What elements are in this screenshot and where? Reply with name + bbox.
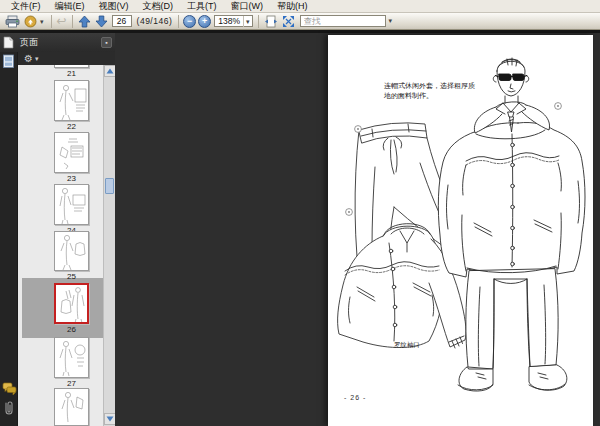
panel-options-button[interactable]: ▪ xyxy=(101,37,112,48)
thumbnail-page-27[interactable]: 27 xyxy=(54,337,89,388)
fullscreen-button[interactable] xyxy=(280,14,297,29)
cuff-caption: 罗纹袖口 xyxy=(394,341,420,350)
next-page-button[interactable] xyxy=(93,14,110,29)
navigation-icon-strip xyxy=(0,52,18,426)
menu-file[interactable]: 文件(F) xyxy=(4,0,48,12)
comments-icon[interactable] xyxy=(2,382,17,396)
menu-view[interactable]: 视图(V) xyxy=(92,0,136,12)
chevron-down-icon: ▾ xyxy=(38,16,46,27)
thumbnail-label: 21 xyxy=(54,69,89,78)
toolbar-separator xyxy=(72,15,73,28)
zoom-level-value: 138% xyxy=(215,16,243,26)
chevron-down-icon: ▾ xyxy=(389,17,393,25)
thumbnail-options-row: ⚙ ▾ xyxy=(18,52,115,65)
page-icon xyxy=(3,36,14,49)
toolbar-separator xyxy=(258,15,259,28)
zoom-level-combo[interactable]: 138% ▾ xyxy=(214,15,252,27)
thumbnail-page-28[interactable]: 28 xyxy=(54,388,89,426)
thumbnail-page-25[interactable]: 25 xyxy=(54,231,89,281)
email-icon xyxy=(24,15,38,28)
menu-document[interactable]: 文档(D) xyxy=(136,0,181,12)
print-button[interactable] xyxy=(3,14,22,29)
document-view-area: 连帽式休闲外套，选择粗厚质 地的面料制作。 罗纹袖口 - 26 - xyxy=(115,33,600,426)
menu-window[interactable]: 窗口(W) xyxy=(224,0,271,12)
chevron-down-icon: ▾ xyxy=(243,16,252,27)
sunglasses xyxy=(496,74,527,81)
paperclip-attachments-icon[interactable] xyxy=(2,400,15,416)
previous-view-icon: ↩ xyxy=(57,15,67,27)
fit-width-icon xyxy=(264,15,278,28)
toolbar: ▾ ↩ (49/146) − + 138% ▾ xyxy=(0,13,600,30)
thumbnail-page-24[interactable]: 24 xyxy=(54,184,89,235)
fit-width-button[interactable] xyxy=(262,14,280,29)
thumbnail-label: 23 xyxy=(54,174,89,183)
thumbnail-page-23[interactable]: 23 xyxy=(54,132,89,183)
previous-view-button-disabled: ↩ xyxy=(55,14,69,29)
pages-thumbnails-icon[interactable] xyxy=(2,54,16,69)
zoom-out-button[interactable]: − xyxy=(183,15,196,28)
printer-icon xyxy=(5,15,20,28)
menu-bar: 文件(F) 编辑(E) 视图(V) 文档(D) 工具(T) 窗口(W) 帮助(H… xyxy=(0,0,600,13)
email-dropdown-button[interactable]: ▾ xyxy=(22,14,48,29)
page-number-footer: - 26 - xyxy=(344,394,366,401)
toolbar-separator xyxy=(51,15,52,28)
menu-edit[interactable]: 编辑(E) xyxy=(48,0,92,12)
thumbnail-label: 26 xyxy=(54,325,89,334)
thumbnail-page-26-selected[interactable]: 26 xyxy=(54,283,89,334)
menu-help[interactable]: 帮助(H) xyxy=(270,0,315,12)
thumbnail-page-22[interactable]: 22 xyxy=(54,80,89,131)
menu-tools[interactable]: 工具(T) xyxy=(180,0,224,12)
thumbnail-label: 27 xyxy=(54,379,89,388)
pages-panel-header: 页面 ▪ xyxy=(0,33,115,52)
fullscreen-arrows-icon xyxy=(282,15,295,28)
thumbnail-page-21[interactable]: 21 xyxy=(54,65,89,78)
thumbnails-panel: 21 22 23 24 xyxy=(18,65,103,426)
zoom-in-button[interactable]: + xyxy=(198,15,211,28)
down-arrow-icon xyxy=(95,15,108,28)
thumbnail-label: 25 xyxy=(54,272,89,281)
up-arrow-icon xyxy=(78,15,91,28)
page-annotation-text: 连帽式休闲外套，选择粗厚质 地的面料制作。 xyxy=(384,81,496,101)
search-box: ▾ xyxy=(300,15,393,27)
pages-panel-title: 页面 xyxy=(20,36,101,49)
scrollbar-thumb[interactable] xyxy=(105,178,114,194)
thumbnail-label: 22 xyxy=(54,122,89,131)
gear-icon[interactable]: ⚙ xyxy=(24,53,33,64)
page-count-label: (49/146) xyxy=(137,16,173,26)
annotation-line: 连帽式休闲外套，选择粗厚质 xyxy=(384,81,496,91)
search-input[interactable] xyxy=(300,15,386,27)
toolbar-separator xyxy=(178,15,179,28)
page-number-input[interactable] xyxy=(112,15,132,27)
previous-page-button[interactable] xyxy=(76,14,93,29)
chevron-down-icon: ▾ xyxy=(35,55,39,63)
thumbnail-scrollbar[interactable] xyxy=(103,65,115,426)
annotation-line: 地的面料制作。 xyxy=(384,91,496,101)
document-page[interactable]: 连帽式休闲外套，选择粗厚质 地的面料制作。 罗纹袖口 - 26 - xyxy=(328,35,593,426)
